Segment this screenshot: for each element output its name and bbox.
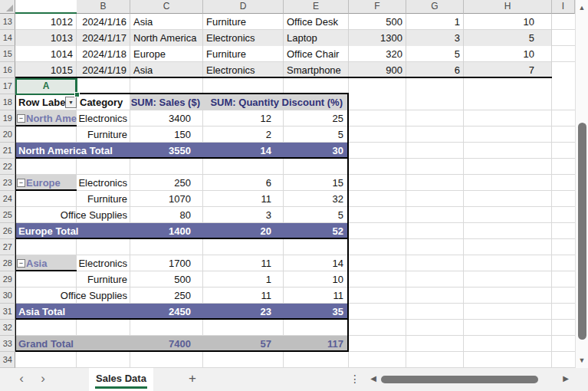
row-header-26[interactable]: 26 xyxy=(0,223,15,239)
add-sheet-button[interactable]: + xyxy=(185,368,200,391)
total-discount[interactable]: 35 xyxy=(284,304,349,320)
next-sheet-icon[interactable]: › xyxy=(37,368,49,391)
row-header-13[interactable]: 13 xyxy=(0,14,15,30)
pivot-cell-discount[interactable]: 11 xyxy=(284,288,349,304)
row-header-31[interactable]: 31 xyxy=(0,304,15,320)
row-header-19[interactable]: 19 xyxy=(0,110,15,127)
scroll-left-icon[interactable]: ◀ xyxy=(367,368,379,391)
pivot-discount-header[interactable]: Discount (%) xyxy=(268,94,347,110)
cell-a14[interactable]: 1013 xyxy=(15,30,77,46)
row-header-18[interactable]: 18 xyxy=(0,94,15,110)
pivot-cell-quantity[interactable]: 1 xyxy=(203,271,284,288)
total-discount[interactable]: 52 xyxy=(284,223,349,239)
pivot-cell-sales[interactable]: 500 xyxy=(130,271,203,288)
select-all-button[interactable] xyxy=(0,0,15,14)
pivot-cell-sales[interactable]: 1700 xyxy=(130,255,203,271)
cell-g13[interactable]: 1 xyxy=(406,14,464,30)
row-header-23[interactable]: 23 xyxy=(0,175,15,191)
cell-h13[interactable]: 10 xyxy=(464,14,552,30)
cell-a13[interactable]: 1012 xyxy=(15,14,77,30)
cell-f14[interactable]: 1300 xyxy=(349,30,406,46)
row-header-17[interactable]: 17 xyxy=(0,78,15,94)
total-quantity[interactable]: 14 xyxy=(203,143,284,159)
scroll-right-icon[interactable]: ▶ xyxy=(560,368,572,391)
cell-c16[interactable]: Asia xyxy=(130,62,203,78)
cell-c14[interactable]: North America xyxy=(130,30,203,46)
row-header-30[interactable]: 30 xyxy=(0,288,15,304)
cell-b16[interactable]: 2024/1/19 xyxy=(77,62,130,78)
row-header-32[interactable]: 32 xyxy=(0,320,15,336)
total-sales[interactable]: 1400 xyxy=(130,223,203,239)
sheet-tab-sales-data[interactable]: Sales Data xyxy=(89,368,153,391)
pivot-cell-sales[interactable]: 250 xyxy=(130,288,203,304)
cell-b14[interactable]: 2024/1/17 xyxy=(77,30,130,46)
cell-h15[interactable]: 10 xyxy=(464,46,552,62)
pivot-cell-category[interactable]: Electronics xyxy=(31,255,130,271)
grand-total-discount[interactable]: 117 xyxy=(284,336,349,352)
row-header-25[interactable]: 25 xyxy=(0,207,15,223)
cell-d14[interactable]: Electronics xyxy=(203,30,284,46)
row-header-29[interactable]: 29 xyxy=(0,271,15,288)
pivot-cell-quantity[interactable]: 12 xyxy=(203,110,284,127)
row-header-14[interactable]: 14 xyxy=(0,30,15,46)
column-header-i[interactable]: I xyxy=(552,0,575,14)
pivot-cell-category[interactable]: Furniture xyxy=(31,191,130,207)
pivot-cell-discount[interactable]: 5 xyxy=(284,207,349,223)
pivot-cell-category[interactable]: Furniture xyxy=(31,271,130,288)
filter-dropdown-button[interactable]: ▼ xyxy=(65,97,77,108)
cell-f15[interactable]: 320 xyxy=(349,46,406,62)
collapse-group-icon[interactable]: − xyxy=(17,114,25,123)
fill-handle[interactable] xyxy=(74,92,80,97)
row-header-34[interactable]: 34 xyxy=(0,352,15,368)
grand-total-sales[interactable]: 7400 xyxy=(130,336,203,352)
cell-g16[interactable]: 6 xyxy=(406,62,464,78)
cell-a15[interactable]: 1014 xyxy=(15,46,77,62)
row-header-24[interactable]: 24 xyxy=(0,191,15,207)
pivot-cell-discount[interactable]: 14 xyxy=(284,255,349,271)
pivot-cell-category[interactable]: Electronics xyxy=(31,175,130,191)
prev-sheet-icon[interactable]: ‹ xyxy=(15,368,28,391)
tab-bar-menu-icon[interactable]: ⋮ xyxy=(350,368,359,391)
row-header-20[interactable]: 20 xyxy=(0,127,15,143)
column-header-f[interactable]: F xyxy=(349,0,406,14)
pivot-cell-quantity[interactable]: 11 xyxy=(203,191,284,207)
pivot-cell-sales[interactable]: 3400 xyxy=(130,110,203,127)
row-header-33[interactable]: 33 xyxy=(0,336,15,352)
cell-a16[interactable]: 1015 xyxy=(15,62,77,78)
collapse-group-icon[interactable]: − xyxy=(17,259,25,268)
total-quantity[interactable]: 20 xyxy=(203,223,284,239)
row-header-21[interactable]: 21 xyxy=(0,143,15,159)
cell-e14[interactable]: Laptop xyxy=(284,30,349,46)
vertical-scrollbar[interactable]: ▲ ▼ xyxy=(575,0,588,368)
cell-e13[interactable]: Office Desk xyxy=(284,14,349,30)
cell-c13[interactable]: Asia xyxy=(130,14,203,30)
pivot-cell-sales[interactable]: 1070 xyxy=(130,191,203,207)
row-header-15[interactable]: 15 xyxy=(0,46,15,62)
pivot-cell-discount[interactable]: 25 xyxy=(284,110,349,127)
pivot-cell-category[interactable]: Furniture xyxy=(31,127,130,143)
column-header-b[interactable]: B xyxy=(77,0,130,14)
selected-cell-a17[interactable] xyxy=(15,78,77,95)
vertical-scrollbar-thumb[interactable] xyxy=(578,123,586,340)
pivot-cell-category[interactable]: Electronics xyxy=(31,110,130,127)
pivot-cell-quantity[interactable]: 6 xyxy=(203,175,284,191)
row-header-16[interactable]: 16 xyxy=(0,62,15,78)
total-sales[interactable]: 2450 xyxy=(130,304,203,320)
column-header-g[interactable]: G xyxy=(406,0,464,14)
pivot-cell-quantity[interactable]: 11 xyxy=(203,255,284,271)
pivot-cell-quantity[interactable]: 2 xyxy=(203,127,284,143)
pivot-cell-category[interactable]: Office Supplies xyxy=(31,207,130,223)
cell-d15[interactable]: Furniture xyxy=(203,46,284,62)
scroll-up-icon[interactable]: ▲ xyxy=(576,2,588,13)
cell-g14[interactable]: 3 xyxy=(406,30,464,46)
column-header-h[interactable]: H xyxy=(464,0,552,14)
pivot-cell-sales[interactable]: 80 xyxy=(130,207,203,223)
pivot-cell-discount[interactable]: 10 xyxy=(284,271,349,288)
pivot-cell-discount[interactable]: 15 xyxy=(284,175,349,191)
cell-d13[interactable]: Furniture xyxy=(203,14,284,30)
row-header-27[interactable]: 27 xyxy=(0,239,15,255)
cell-f16[interactable]: 900 xyxy=(349,62,406,78)
pivot-cell-discount[interactable]: 32 xyxy=(284,191,349,207)
pivot-cell-discount[interactable]: 5 xyxy=(284,127,349,143)
pivot-cell-sales[interactable]: 250 xyxy=(130,175,203,191)
